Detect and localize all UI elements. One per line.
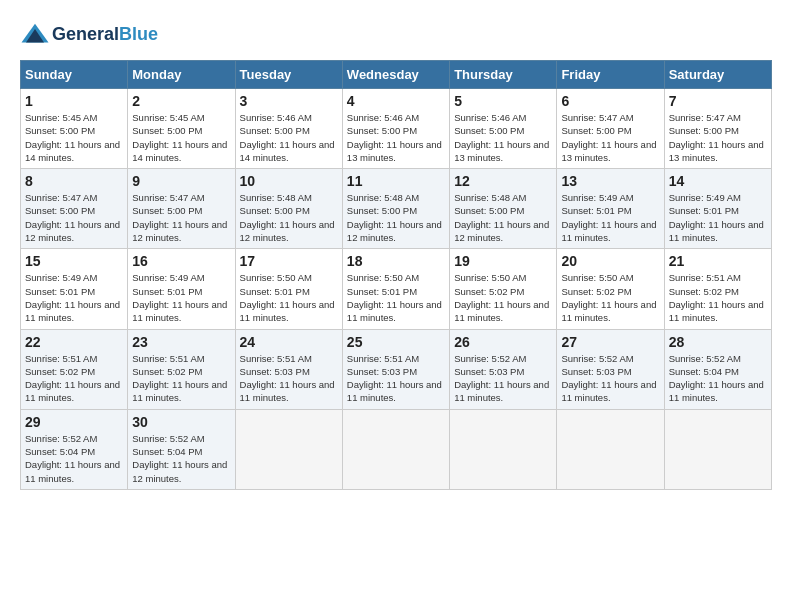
calendar-cell: 23Sunrise: 5:51 AMSunset: 5:02 PMDayligh… — [128, 329, 235, 409]
day-number: 18 — [347, 253, 445, 269]
calendar-cell: 5Sunrise: 5:46 AMSunset: 5:00 PMDaylight… — [450, 89, 557, 169]
day-number: 17 — [240, 253, 338, 269]
calendar-cell: 6Sunrise: 5:47 AMSunset: 5:00 PMDaylight… — [557, 89, 664, 169]
day-number: 8 — [25, 173, 123, 189]
day-info: Sunrise: 5:50 AMSunset: 5:01 PMDaylight:… — [240, 271, 338, 324]
day-info: Sunrise: 5:46 AMSunset: 5:00 PMDaylight:… — [240, 111, 338, 164]
day-info: Sunrise: 5:47 AMSunset: 5:00 PMDaylight:… — [669, 111, 767, 164]
day-info: Sunrise: 5:51 AMSunset: 5:02 PMDaylight:… — [25, 352, 123, 405]
day-info: Sunrise: 5:50 AMSunset: 5:02 PMDaylight:… — [454, 271, 552, 324]
logo: GeneralBlue — [20, 20, 158, 50]
calendar-cell: 18Sunrise: 5:50 AMSunset: 5:01 PMDayligh… — [342, 249, 449, 329]
day-number: 16 — [132, 253, 230, 269]
calendar-cell — [664, 409, 771, 489]
day-number: 20 — [561, 253, 659, 269]
weekday-header-sunday: Sunday — [21, 61, 128, 89]
weekday-header-monday: Monday — [128, 61, 235, 89]
calendar-cell: 21Sunrise: 5:51 AMSunset: 5:02 PMDayligh… — [664, 249, 771, 329]
day-number: 26 — [454, 334, 552, 350]
calendar-cell: 20Sunrise: 5:50 AMSunset: 5:02 PMDayligh… — [557, 249, 664, 329]
calendar-cell — [557, 409, 664, 489]
calendar-cell: 8Sunrise: 5:47 AMSunset: 5:00 PMDaylight… — [21, 169, 128, 249]
calendar-cell: 19Sunrise: 5:50 AMSunset: 5:02 PMDayligh… — [450, 249, 557, 329]
calendar-cell: 27Sunrise: 5:52 AMSunset: 5:03 PMDayligh… — [557, 329, 664, 409]
day-info: Sunrise: 5:50 AMSunset: 5:02 PMDaylight:… — [561, 271, 659, 324]
day-info: Sunrise: 5:52 AMSunset: 5:03 PMDaylight:… — [561, 352, 659, 405]
calendar-cell: 28Sunrise: 5:52 AMSunset: 5:04 PMDayligh… — [664, 329, 771, 409]
day-info: Sunrise: 5:47 AMSunset: 5:00 PMDaylight:… — [132, 191, 230, 244]
page-header: GeneralBlue — [20, 20, 772, 50]
day-number: 4 — [347, 93, 445, 109]
day-number: 2 — [132, 93, 230, 109]
day-info: Sunrise: 5:49 AMSunset: 5:01 PMDaylight:… — [561, 191, 659, 244]
calendar-cell: 30Sunrise: 5:52 AMSunset: 5:04 PMDayligh… — [128, 409, 235, 489]
day-info: Sunrise: 5:45 AMSunset: 5:00 PMDaylight:… — [132, 111, 230, 164]
day-number: 14 — [669, 173, 767, 189]
calendar-cell: 25Sunrise: 5:51 AMSunset: 5:03 PMDayligh… — [342, 329, 449, 409]
day-info: Sunrise: 5:49 AMSunset: 5:01 PMDaylight:… — [132, 271, 230, 324]
day-info: Sunrise: 5:49 AMSunset: 5:01 PMDaylight:… — [669, 191, 767, 244]
day-info: Sunrise: 5:46 AMSunset: 5:00 PMDaylight:… — [454, 111, 552, 164]
calendar-cell: 11Sunrise: 5:48 AMSunset: 5:00 PMDayligh… — [342, 169, 449, 249]
day-info: Sunrise: 5:45 AMSunset: 5:00 PMDaylight:… — [25, 111, 123, 164]
calendar-cell: 3Sunrise: 5:46 AMSunset: 5:00 PMDaylight… — [235, 89, 342, 169]
calendar-cell: 10Sunrise: 5:48 AMSunset: 5:00 PMDayligh… — [235, 169, 342, 249]
day-info: Sunrise: 5:52 AMSunset: 5:03 PMDaylight:… — [454, 352, 552, 405]
day-number: 29 — [25, 414, 123, 430]
day-number: 13 — [561, 173, 659, 189]
day-info: Sunrise: 5:46 AMSunset: 5:00 PMDaylight:… — [347, 111, 445, 164]
calendar-cell — [342, 409, 449, 489]
day-info: Sunrise: 5:47 AMSunset: 5:00 PMDaylight:… — [25, 191, 123, 244]
calendar-cell: 7Sunrise: 5:47 AMSunset: 5:00 PMDaylight… — [664, 89, 771, 169]
calendar-cell: 24Sunrise: 5:51 AMSunset: 5:03 PMDayligh… — [235, 329, 342, 409]
calendar-cell: 16Sunrise: 5:49 AMSunset: 5:01 PMDayligh… — [128, 249, 235, 329]
calendar-cell — [235, 409, 342, 489]
calendar-cell: 26Sunrise: 5:52 AMSunset: 5:03 PMDayligh… — [450, 329, 557, 409]
day-number: 11 — [347, 173, 445, 189]
day-number: 1 — [25, 93, 123, 109]
day-info: Sunrise: 5:51 AMSunset: 5:03 PMDaylight:… — [347, 352, 445, 405]
weekday-header-thursday: Thursday — [450, 61, 557, 89]
day-info: Sunrise: 5:48 AMSunset: 5:00 PMDaylight:… — [240, 191, 338, 244]
day-number: 7 — [669, 93, 767, 109]
day-number: 10 — [240, 173, 338, 189]
day-number: 28 — [669, 334, 767, 350]
weekday-header-tuesday: Tuesday — [235, 61, 342, 89]
day-number: 23 — [132, 334, 230, 350]
day-info: Sunrise: 5:49 AMSunset: 5:01 PMDaylight:… — [25, 271, 123, 324]
day-number: 30 — [132, 414, 230, 430]
calendar-cell: 14Sunrise: 5:49 AMSunset: 5:01 PMDayligh… — [664, 169, 771, 249]
calendar-cell: 22Sunrise: 5:51 AMSunset: 5:02 PMDayligh… — [21, 329, 128, 409]
day-number: 19 — [454, 253, 552, 269]
day-info: Sunrise: 5:48 AMSunset: 5:00 PMDaylight:… — [454, 191, 552, 244]
day-info: Sunrise: 5:52 AMSunset: 5:04 PMDaylight:… — [669, 352, 767, 405]
day-number: 22 — [25, 334, 123, 350]
day-info: Sunrise: 5:51 AMSunset: 5:02 PMDaylight:… — [669, 271, 767, 324]
calendar-table: SundayMondayTuesdayWednesdayThursdayFrid… — [20, 60, 772, 490]
weekday-header-friday: Friday — [557, 61, 664, 89]
calendar-cell: 2Sunrise: 5:45 AMSunset: 5:00 PMDaylight… — [128, 89, 235, 169]
day-number: 15 — [25, 253, 123, 269]
logo-text: GeneralBlue — [52, 24, 158, 46]
day-number: 6 — [561, 93, 659, 109]
day-info: Sunrise: 5:52 AMSunset: 5:04 PMDaylight:… — [132, 432, 230, 485]
day-info: Sunrise: 5:51 AMSunset: 5:03 PMDaylight:… — [240, 352, 338, 405]
weekday-header-wednesday: Wednesday — [342, 61, 449, 89]
day-info: Sunrise: 5:51 AMSunset: 5:02 PMDaylight:… — [132, 352, 230, 405]
day-number: 27 — [561, 334, 659, 350]
day-number: 12 — [454, 173, 552, 189]
day-number: 25 — [347, 334, 445, 350]
calendar-cell: 9Sunrise: 5:47 AMSunset: 5:00 PMDaylight… — [128, 169, 235, 249]
calendar-cell: 13Sunrise: 5:49 AMSunset: 5:01 PMDayligh… — [557, 169, 664, 249]
calendar-cell — [450, 409, 557, 489]
calendar-cell: 17Sunrise: 5:50 AMSunset: 5:01 PMDayligh… — [235, 249, 342, 329]
day-number: 3 — [240, 93, 338, 109]
day-number: 9 — [132, 173, 230, 189]
day-number: 24 — [240, 334, 338, 350]
calendar-cell: 4Sunrise: 5:46 AMSunset: 5:00 PMDaylight… — [342, 89, 449, 169]
day-number: 5 — [454, 93, 552, 109]
calendar-cell: 29Sunrise: 5:52 AMSunset: 5:04 PMDayligh… — [21, 409, 128, 489]
weekday-header-saturday: Saturday — [664, 61, 771, 89]
calendar-cell: 1Sunrise: 5:45 AMSunset: 5:00 PMDaylight… — [21, 89, 128, 169]
day-info: Sunrise: 5:50 AMSunset: 5:01 PMDaylight:… — [347, 271, 445, 324]
